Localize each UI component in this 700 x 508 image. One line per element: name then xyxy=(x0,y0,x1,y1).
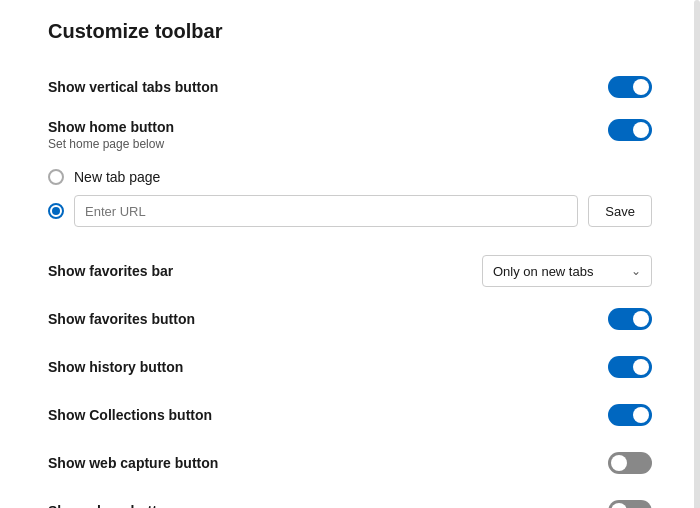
home-radio-group: New tab page Save xyxy=(48,155,652,243)
page-title: Customize toolbar xyxy=(0,20,700,63)
web-capture-toggle[interactable] xyxy=(608,452,652,474)
home-button-slider xyxy=(608,119,652,141)
web-capture-slider xyxy=(608,452,652,474)
home-button-sublabel: Set home page below xyxy=(48,137,174,151)
home-label-group: Show home button Set home page below xyxy=(48,119,174,151)
share-button-slider xyxy=(608,500,652,508)
history-button-toggle[interactable] xyxy=(608,356,652,378)
web-capture-row: Show web capture button xyxy=(0,439,700,487)
collections-button-label: Show Collections button xyxy=(48,407,212,423)
new-tab-radio-label: New tab page xyxy=(74,169,160,185)
home-button-toggle[interactable] xyxy=(608,119,652,141)
favorites-button-slider xyxy=(608,308,652,330)
save-button[interactable]: Save xyxy=(588,195,652,227)
favorites-bar-dropdown[interactable]: Only on new tabs ⌄ xyxy=(482,255,652,287)
favorites-button-toggle[interactable] xyxy=(608,308,652,330)
scrollbar[interactable] xyxy=(694,0,700,508)
url-input[interactable] xyxy=(74,195,578,227)
share-button-toggle[interactable] xyxy=(608,500,652,508)
favorites-bar-value: Only on new tabs xyxy=(493,264,593,279)
vertical-tabs-label: Show vertical tabs button xyxy=(48,79,218,95)
history-button-slider xyxy=(608,356,652,378)
vertical-tabs-row: Show vertical tabs button xyxy=(0,63,700,111)
history-button-row: Show history button xyxy=(0,343,700,391)
favorites-bar-row: Show favorites bar Only on new tabs ⌄ xyxy=(0,247,700,295)
collections-button-row: Show Collections button xyxy=(0,391,700,439)
vertical-tabs-slider xyxy=(608,76,652,98)
collections-button-toggle[interactable] xyxy=(608,404,652,426)
new-tab-radio-item[interactable]: New tab page xyxy=(48,163,652,191)
vertical-tabs-toggle[interactable] xyxy=(608,76,652,98)
settings-container: Customize toolbar Show vertical tabs but… xyxy=(0,0,700,508)
history-button-label: Show history button xyxy=(48,359,183,375)
url-radio[interactable] xyxy=(48,203,64,219)
collections-button-slider xyxy=(608,404,652,426)
new-tab-radio[interactable] xyxy=(48,169,64,185)
favorites-button-label: Show favorites button xyxy=(48,311,195,327)
home-button-section: Show home button Set home page below New… xyxy=(0,111,700,243)
favorites-button-row: Show favorites button xyxy=(0,295,700,343)
favorites-bar-label: Show favorites bar xyxy=(48,263,173,279)
chevron-down-icon: ⌄ xyxy=(631,264,641,278)
share-button-label: Show share button xyxy=(48,503,174,508)
url-radio-row: Save xyxy=(48,191,652,235)
share-button-row: Show share button xyxy=(0,487,700,508)
web-capture-label: Show web capture button xyxy=(48,455,218,471)
home-button-label: Show home button xyxy=(48,119,174,135)
home-button-row: Show home button Set home page below xyxy=(48,111,652,155)
